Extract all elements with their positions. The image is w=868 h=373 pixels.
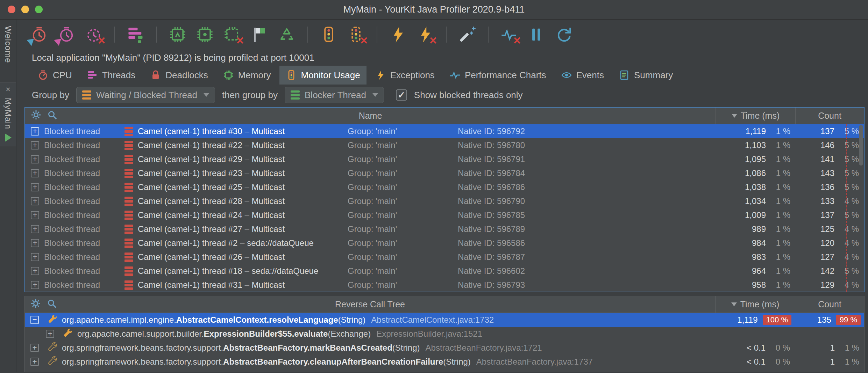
vertical-scrollbar[interactable]: [858, 124, 863, 292]
call-tree-row[interactable]: +org.springframework.beans.factory.suppo…: [25, 355, 864, 369]
expand-icon[interactable]: +: [31, 169, 39, 177]
time-value: 1,038: [745, 182, 766, 192]
table-row[interactable]: +Blocked threadCamel (camel-1) thread #1…: [25, 264, 864, 278]
expand-icon[interactable]: +: [30, 344, 39, 352]
table-row[interactable]: +Blocked threadCamel (camel-1) thread #2…: [25, 180, 864, 194]
thread-native-id: Native ID: 596602: [458, 266, 525, 276]
memory-tab-icon: [223, 70, 234, 81]
table-row[interactable]: +Blocked threadCamel (camel-1) thread #2…: [25, 222, 864, 236]
count-value: 146: [820, 140, 834, 150]
force-gc-icon[interactable]: [277, 25, 296, 44]
tab-label: Events: [576, 70, 604, 81]
pause-icon[interactable]: [527, 25, 546, 44]
clear-monitor-data-icon[interactable]: ×: [347, 25, 365, 44]
tab-summary[interactable]: Summary: [612, 66, 679, 85]
tab-deadlocks[interactable]: Deadlocks: [144, 66, 214, 85]
expand-icon[interactable]: +: [31, 127, 39, 136]
tab-threads[interactable]: Threads: [80, 66, 142, 85]
thread-name: Camel (camel-1) thread #22 – Multicast: [138, 140, 348, 150]
row-prefix: Blocked thread: [44, 280, 124, 290]
thread-name-cell: +Blocked threadCamel (camel-1) thread #2…: [25, 140, 716, 150]
then-group-by-dropdown[interactable]: Blocker Thread: [285, 87, 384, 103]
gear-icon[interactable]: [31, 110, 41, 122]
expand-icon[interactable]: +: [31, 211, 39, 219]
expand-icon[interactable]: +: [31, 267, 39, 275]
record-allocations-each-icon[interactable]: [195, 25, 214, 44]
expand-icon[interactable]: +: [46, 330, 54, 338]
thread-group: Group: 'main': [348, 266, 458, 276]
advance-generation-flag-icon[interactable]: [250, 25, 269, 44]
gear-icon[interactable]: [30, 298, 41, 311]
inspections-wand-icon[interactable]: [458, 25, 477, 44]
record-allocations-icon[interactable]: [168, 25, 187, 44]
table-row[interactable]: +Blocked threadCamel (camel-1) thread #2…: [25, 236, 864, 250]
count-value: 133: [820, 196, 834, 206]
expand-icon[interactable]: +: [31, 155, 39, 163]
exception-profiling-icon[interactable]: [389, 25, 407, 44]
record-cpu-sampling-icon[interactable]: [30, 25, 49, 44]
show-blocked-threads-checkbox[interactable]: ✓: [396, 89, 407, 101]
expand-icon[interactable]: +: [31, 239, 39, 247]
table-row[interactable]: +Blocked threadCamel (camel-1) thread #2…: [25, 138, 864, 152]
search-icon[interactable]: [47, 298, 57, 311]
column-header-count[interactable]: Count: [795, 296, 864, 313]
time-value: 1,103: [745, 140, 766, 150]
column-header-name[interactable]: Name: [25, 108, 716, 124]
table-row[interactable]: +Blocked threadCamel (camel-1) thread #3…: [25, 124, 864, 138]
show-blocked-threads-label: Show blocked threads only: [414, 90, 523, 101]
sidebar-item-welcome[interactable]: Welcome: [3, 26, 13, 63]
call-tree-header: Reverse Call Tree Time (ms) Count: [25, 296, 864, 313]
expand-icon[interactable]: +: [31, 197, 39, 205]
thread-telemetry-icon[interactable]: [126, 25, 145, 44]
search-icon[interactable]: [47, 110, 57, 122]
column-header-time[interactable]: Time (ms): [716, 108, 795, 124]
time-value: < 0.1: [747, 357, 766, 367]
blocked-thread-icon: [124, 141, 133, 150]
clear-exception-data-icon[interactable]: ×: [416, 25, 435, 44]
table-row[interactable]: +Blocked threadCamel (camel-1) thread #2…: [25, 152, 864, 166]
tab-exceptions[interactable]: Exceptions: [369, 66, 441, 85]
minimize-button[interactable]: [21, 6, 29, 13]
sidebar-item-mymain[interactable]: × MyMain: [0, 82, 16, 146]
clear-cpu-data-icon[interactable]: ×: [84, 25, 103, 44]
expand-icon[interactable]: +: [31, 281, 39, 289]
collapse-icon[interactable]: −: [30, 316, 39, 324]
table-row[interactable]: +Blocked threadCamel (camel-1) thread #2…: [25, 194, 864, 208]
refresh-icon[interactable]: [554, 25, 573, 44]
zoom-button[interactable]: [35, 6, 43, 13]
thread-name-cell: +Blocked threadCamel (camel-1) thread #2…: [25, 154, 716, 164]
clear-allocation-data-icon[interactable]: ×: [223, 25, 242, 44]
tab-monitor-usage[interactable]: Monitor Usage: [279, 66, 367, 85]
column-header-count[interactable]: Count: [795, 108, 864, 124]
table-row[interactable]: +Blocked threadCamel (camel-1) thread #2…: [25, 250, 864, 264]
call-tree-row[interactable]: −org.apache.camel.impl.engine.AbstractCa…: [25, 313, 864, 327]
group-by-dropdown[interactable]: Waiting / Blocked Thread: [76, 87, 215, 103]
thread-name: Camel (camel-1) thread #24 – Multicast: [138, 210, 348, 220]
method-package: org.apache.camel.support.builder.: [77, 329, 204, 339]
scrollbar-thumb[interactable]: [859, 125, 863, 166]
close-button[interactable]: [8, 6, 15, 13]
time-cell: 1,0861 %: [716, 168, 795, 178]
tab-events[interactable]: Events: [555, 66, 611, 85]
tab-cpu[interactable]: CPU: [31, 66, 78, 85]
tab-memory[interactable]: Memory: [216, 66, 277, 85]
call-tree-row[interactable]: +org.springframework.beans.factory.suppo…: [25, 341, 864, 355]
expand-icon[interactable]: +: [31, 225, 39, 233]
monitor-profiling-icon[interactable]: [319, 25, 338, 44]
call-tree-row[interactable]: +org.apache.camel.support.builder.Expres…: [25, 327, 864, 341]
column-header-time[interactable]: Time (ms): [715, 296, 795, 313]
count-value: 1: [830, 343, 835, 353]
expand-icon[interactable]: +: [31, 253, 39, 261]
expand-icon[interactable]: +: [31, 183, 39, 191]
table-row[interactable]: +Blocked threadCamel (camel-1) thread #2…: [25, 166, 864, 180]
clear-telemetry-icon[interactable]: ×: [500, 25, 519, 44]
record-cpu-tracing-icon[interactable]: [57, 25, 76, 44]
table-row[interactable]: +Blocked threadCamel (camel-1) thread #3…: [25, 278, 864, 292]
expand-icon[interactable]: +: [30, 358, 39, 366]
blocked-threads-table: Name Time (ms) Count +Blocked threadCame…: [24, 107, 865, 292]
expand-icon[interactable]: +: [31, 141, 39, 149]
time-percent: 0 %: [766, 357, 795, 367]
close-session-icon[interactable]: ×: [6, 85, 10, 94]
tab-performance-charts[interactable]: Performance Charts: [443, 66, 553, 85]
table-row[interactable]: +Blocked threadCamel (camel-1) thread #2…: [25, 208, 864, 222]
